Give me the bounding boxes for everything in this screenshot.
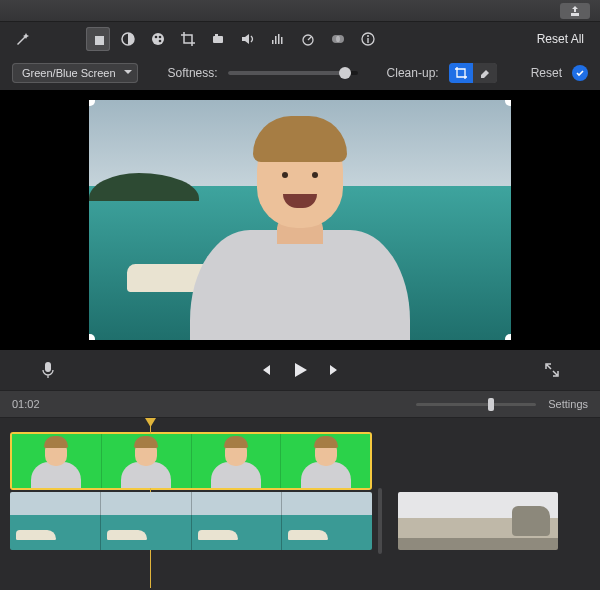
crop-handle-br[interactable] — [505, 334, 511, 340]
composited-subject — [190, 130, 410, 340]
window-titlebar — [0, 0, 600, 22]
softness-label: Softness: — [168, 66, 218, 80]
play-button[interactable] — [291, 361, 309, 379]
stabilization-button[interactable] — [206, 27, 230, 51]
magic-wand-button[interactable] — [10, 27, 34, 51]
overlay-mode-select[interactable]: Green/Blue Screen — [12, 63, 138, 83]
zoom-slider[interactable] — [416, 403, 536, 406]
svg-rect-9 — [272, 40, 274, 44]
timecode: 01:02 — [12, 398, 40, 410]
preview-viewer[interactable] — [0, 90, 600, 350]
beach-clip[interactable] — [398, 492, 558, 550]
clip-thumbnail — [101, 434, 191, 488]
clip-thumbnail — [191, 434, 281, 488]
cleanup-crop-tool[interactable] — [449, 63, 473, 83]
expand-icon — [544, 362, 560, 378]
equalizer-icon — [270, 31, 286, 47]
microphone-icon — [40, 360, 56, 380]
clip-thumbnail — [100, 492, 191, 550]
cleanup-eraser-tool[interactable] — [473, 63, 497, 83]
play-icon — [291, 361, 309, 379]
clip-filter-button[interactable] — [326, 27, 350, 51]
share-icon — [569, 5, 581, 17]
magic-wand-icon — [14, 31, 30, 47]
skip-forward-button[interactable] — [327, 362, 343, 378]
color-balance-icon — [120, 31, 136, 47]
check-icon — [575, 68, 585, 78]
info-icon — [360, 31, 376, 47]
svg-point-3 — [152, 33, 164, 45]
reset-all-button[interactable]: Reset All — [531, 32, 590, 46]
clip-thumbnail — [280, 434, 370, 488]
svg-rect-19 — [45, 362, 51, 372]
clip-gap-handle[interactable] — [378, 488, 382, 554]
cleanup-label: Clean-up: — [387, 66, 439, 80]
svg-rect-8 — [215, 34, 218, 37]
speed-icon — [300, 31, 316, 47]
greenscreen-overlay-clip[interactable] — [10, 432, 372, 490]
clip-thumbnail — [10, 492, 100, 550]
overlay-mode-value: Green/Blue Screen — [22, 67, 116, 79]
overlay-icon — [90, 31, 106, 47]
stabilize-icon — [210, 31, 226, 47]
inspector-toolbar: Reset All — [0, 22, 600, 56]
color-balance-button[interactable] — [116, 27, 140, 51]
svg-point-15 — [336, 35, 344, 43]
filter-icon — [330, 31, 346, 47]
softness-slider[interactable] — [228, 71, 358, 75]
cleanup-eraser-icon — [478, 66, 492, 80]
volume-button[interactable] — [236, 27, 260, 51]
color-palette-icon — [150, 31, 166, 47]
reset-button[interactable]: Reset — [531, 66, 562, 80]
crop-button[interactable] — [176, 27, 200, 51]
clip-thumbnail — [191, 492, 282, 550]
volume-icon — [240, 31, 256, 47]
clip-thumbnail — [281, 492, 372, 550]
svg-point-18 — [367, 35, 369, 37]
color-correction-button[interactable] — [146, 27, 170, 51]
cleanup-tool-segment — [449, 63, 497, 83]
svg-rect-11 — [278, 34, 280, 44]
noise-eq-button[interactable] — [266, 27, 290, 51]
cleanup-crop-icon — [454, 66, 468, 80]
skip-forward-icon — [327, 362, 343, 378]
timeline-settings-button[interactable]: Settings — [548, 398, 588, 410]
background-video-clip[interactable] — [10, 492, 372, 550]
clip-thumbnail — [12, 434, 101, 488]
share-button[interactable] — [560, 3, 590, 19]
skip-back-icon — [257, 362, 273, 378]
svg-rect-7 — [213, 36, 223, 43]
svg-rect-10 — [275, 36, 277, 44]
speed-button[interactable] — [296, 27, 320, 51]
preview-frame — [89, 100, 511, 340]
svg-rect-12 — [281, 37, 283, 44]
svg-rect-17 — [367, 38, 368, 43]
svg-point-5 — [159, 36, 162, 39]
overlay-controls-button[interactable] — [86, 27, 110, 51]
crop-icon — [180, 31, 196, 47]
fullscreen-button[interactable] — [544, 362, 560, 378]
transport-bar — [0, 350, 600, 390]
svg-rect-1 — [95, 36, 104, 45]
timeline[interactable] — [0, 418, 600, 588]
skip-back-button[interactable] — [257, 362, 273, 378]
info-button[interactable] — [356, 27, 380, 51]
timeline-header: 01:02 Settings — [0, 390, 600, 418]
apply-check-button[interactable] — [572, 65, 588, 81]
svg-point-6 — [159, 40, 162, 43]
svg-point-4 — [155, 36, 158, 39]
overlay-controls-row: Green/Blue Screen Softness: Clean-up: Re… — [0, 56, 600, 90]
voiceover-button[interactable] — [40, 360, 56, 380]
